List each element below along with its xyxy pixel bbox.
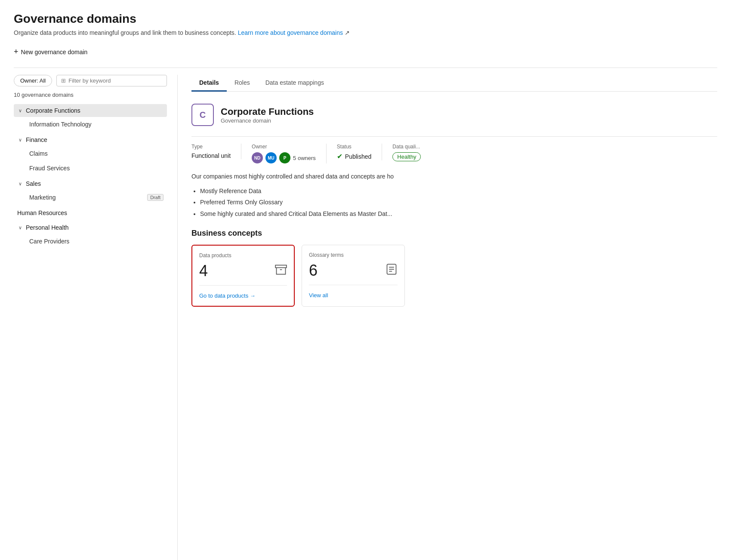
tree-row-fraud-services[interactable]: Fraud Services: [26, 162, 167, 175]
list-item-2: Some highly curated and shared Critical …: [200, 209, 717, 218]
list-item-0: Mostly Reference Data: [200, 186, 717, 196]
business-concepts-title: Business concepts: [191, 229, 717, 238]
tree-label-finance: Finance: [26, 136, 163, 143]
filter-input-container: ⊞: [56, 75, 167, 86]
chevron-down-icon: ∨: [17, 225, 23, 231]
sub-tree-corporate-functions: Information Technology: [14, 117, 167, 132]
sub-tree-finance: Claims Fraud Services: [14, 146, 167, 175]
tree-row-human-resources[interactable]: Human Resources: [14, 206, 167, 219]
new-governance-domain-button[interactable]: + New governance domain: [14, 45, 87, 59]
tab-data-estate-mappings[interactable]: Data estate mappings: [258, 75, 332, 92]
type-label: Type: [191, 144, 231, 150]
glossary-terms-count: 6: [309, 262, 318, 280]
meta-type: Type Functional unit: [191, 144, 241, 159]
list-item-1: Preferred Terms Only Glossary: [200, 197, 717, 207]
filter-keyword-input[interactable]: [68, 77, 162, 84]
tree-label-claims: Claims: [29, 150, 163, 157]
tree-item-finance: ∨ Finance Claims Fraud Services: [14, 132, 167, 176]
plus-icon: +: [14, 47, 19, 56]
divider: [14, 68, 717, 68]
chevron-down-icon: ∨: [17, 181, 23, 187]
data-products-label: Data products: [199, 252, 287, 258]
data-products-card[interactable]: Data products 4 Go to: [191, 245, 295, 307]
tabs: Details Roles Data estate mappings: [191, 75, 717, 92]
tree-row-finance[interactable]: ∨ Finance: [14, 133, 167, 146]
tree-label-sales: Sales: [26, 180, 163, 187]
tree-row-corporate-functions[interactable]: ∨ Corporate Functions: [14, 104, 167, 117]
sub-tree-personal-health: Care Providers: [14, 234, 167, 249]
draft-badge: Draft: [147, 194, 163, 201]
owner-avatar-nd: ND: [252, 152, 263, 163]
tree-label-care-providers: Care Providers: [29, 238, 163, 245]
page-title: Governance domains: [14, 12, 717, 26]
tree-label-personal-health: Personal Health: [26, 224, 163, 231]
owners-row: ND MU P 5 owners: [252, 152, 316, 163]
description-list: Mostly Reference Data Preferred Terms On…: [191, 186, 717, 218]
data-quality-label: Data quali...: [392, 144, 421, 150]
tree-label-information-technology: Information Technology: [29, 121, 163, 128]
page-container: Governance domains Organize data product…: [0, 0, 731, 560]
domain-header: C Corporate Functions Governance domain: [191, 104, 717, 126]
status-check-icon: ✔: [337, 152, 342, 160]
main-content: Owner: All ⊞ 10 governance domains ∨ Cor…: [0, 75, 731, 560]
top-section: Governance domains Organize data product…: [0, 0, 731, 75]
tree-item-care-providers: Care Providers: [26, 234, 167, 249]
box-icon: [275, 264, 287, 279]
tree-item-personal-health: ∨ Personal Health Care Providers: [14, 220, 167, 249]
tree-row-claims[interactable]: Claims: [26, 147, 167, 160]
domain-name: Corporate Functions: [221, 106, 314, 117]
tree-item-corporate-functions: ∨ Corporate Functions Information Techno…: [14, 103, 167, 132]
domain-name-block: Corporate Functions Governance domain: [221, 106, 314, 124]
glossary-terms-card[interactable]: Glossary terms 6 Vi: [302, 245, 405, 307]
owners-count: 5 owners: [293, 155, 316, 161]
new-domain-label: New governance domain: [21, 49, 88, 55]
tree-row-information-technology[interactable]: Information Technology: [26, 118, 167, 131]
page-subtitle: Organize data products into meaningful g…: [14, 29, 717, 36]
owner-filter-button[interactable]: Owner: All: [14, 75, 52, 86]
tree-label-marketing: Marketing: [29, 194, 145, 201]
glossary-terms-label: Glossary terms: [309, 252, 398, 258]
owner-avatar-p: P: [279, 152, 290, 163]
type-value: Functional unit: [191, 152, 231, 159]
document-icon: [386, 263, 398, 278]
tree-row-marketing[interactable]: Marketing Draft: [26, 191, 167, 204]
tree-item-human-resources: Human Resources: [14, 206, 167, 220]
tree-row-personal-health[interactable]: ∨ Personal Health: [14, 221, 167, 234]
data-products-count: 4: [199, 262, 208, 280]
domain-type-label: Governance domain: [221, 117, 314, 124]
filter-row: Owner: All ⊞: [14, 75, 167, 86]
tree-item-fraud-services: Fraud Services: [26, 161, 167, 175]
subtitle-text: Organize data products into meaningful g…: [14, 29, 236, 36]
tree: ∨ Corporate Functions Information Techno…: [14, 103, 167, 249]
status-value: Published: [345, 153, 372, 160]
meta-row: Type Functional unit Owner ND MU P 5 own…: [191, 136, 717, 163]
tab-details[interactable]: Details: [191, 75, 227, 92]
tree-row-care-providers[interactable]: Care Providers: [26, 235, 167, 248]
tree-label-corporate-functions: Corporate Functions: [26, 107, 163, 114]
status-row: ✔ Published: [337, 152, 372, 160]
domain-description: Our companies most highly controlled and…: [191, 172, 717, 181]
tree-item-claims: Claims: [26, 146, 167, 161]
domain-icon: C: [191, 104, 214, 126]
go-to-data-products-link[interactable]: Go to data products →: [199, 292, 287, 299]
tree-item-sales: ∨ Sales Marketing Draft: [14, 176, 167, 206]
tree-label-fraud-services: Fraud Services: [29, 165, 163, 172]
view-all-glossary-link[interactable]: View all: [309, 292, 398, 298]
tab-roles[interactable]: Roles: [227, 75, 258, 92]
right-panel: Details Roles Data estate mappings C Cor…: [177, 75, 717, 560]
sub-tree-sales: Marketing Draft: [14, 190, 167, 205]
meta-status: Status ✔ Published: [337, 144, 382, 160]
domain-count: 10 governance domains: [14, 92, 167, 98]
meta-owner: Owner ND MU P 5 owners: [252, 144, 327, 163]
owner-label: Owner: [252, 144, 316, 150]
health-badge: Healthy: [392, 152, 421, 161]
meta-data-quality: Data quali... Healthy: [392, 144, 431, 161]
tree-item-information-technology: Information Technology: [26, 117, 167, 132]
chevron-down-icon: ∨: [17, 137, 23, 143]
cards-row: Data products 4 Go to: [191, 245, 717, 307]
tree-label-human-resources: Human Resources: [17, 209, 163, 216]
learn-more-link[interactable]: Learn more about governance domains: [238, 29, 343, 36]
tree-row-sales[interactable]: ∨ Sales: [14, 177, 167, 190]
left-panel: Owner: All ⊞ 10 governance domains ∨ Cor…: [14, 75, 177, 560]
filter-icon: ⊞: [61, 77, 66, 84]
